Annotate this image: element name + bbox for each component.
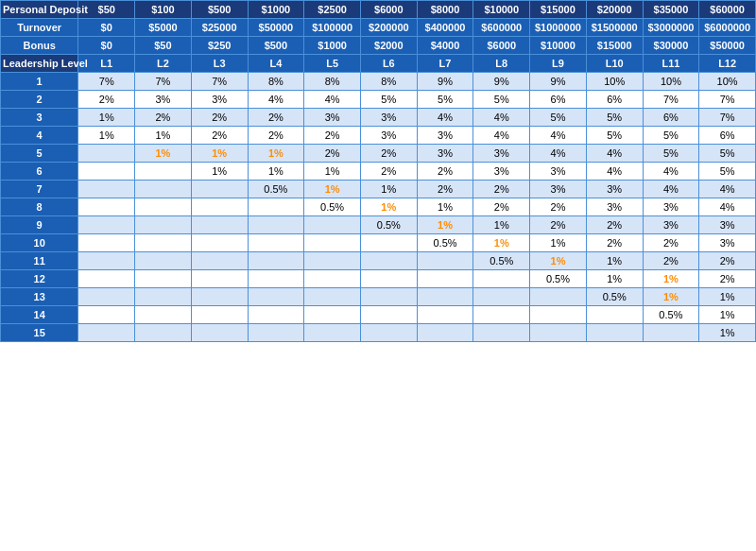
cell-r12-c3 bbox=[248, 288, 304, 306]
deposit-col-7: $10000 bbox=[473, 1, 530, 19]
cell-r4-c9: 4% bbox=[586, 145, 643, 163]
cell-r4-c2: 1% bbox=[191, 145, 248, 163]
cell-r6-c8: 3% bbox=[530, 181, 587, 198]
turnover-col-6: $400000 bbox=[417, 19, 473, 37]
cell-r8-c11: 3% bbox=[699, 216, 756, 234]
cell-r9-c11: 3% bbox=[699, 234, 756, 252]
cell-r13-c2 bbox=[191, 306, 248, 324]
row-label-10: 11 bbox=[1, 252, 78, 270]
cell-r5-c6: 2% bbox=[417, 163, 473, 181]
personal-deposit-label: Personal Deposit bbox=[1, 1, 78, 19]
cell-r9-c5 bbox=[360, 234, 417, 252]
deposit-col-1: $100 bbox=[135, 1, 192, 19]
turnover-row: Turnover $0$5000$25000$50000$100000$2000… bbox=[1, 19, 756, 37]
cell-r12-c11: 1% bbox=[699, 288, 756, 306]
cell-r13-c1 bbox=[135, 306, 192, 324]
cell-r6-c1 bbox=[135, 181, 192, 198]
turnover-col-11: $6000000 bbox=[699, 19, 756, 37]
cell-r2-c3: 2% bbox=[248, 109, 304, 127]
row-label-9: 10 bbox=[1, 234, 78, 252]
turnover-col-3: $50000 bbox=[248, 19, 304, 37]
cell-r6-c0 bbox=[78, 181, 135, 198]
cell-r10-c8: 1% bbox=[530, 252, 587, 270]
level-col-8: L9 bbox=[530, 55, 587, 73]
personal-deposit-row: Personal Deposit $50$100$500$1000$2500$6… bbox=[1, 1, 756, 19]
leadership-level-row: Leadership Level L1L2L3L4L5L6L7L8L9L10L1… bbox=[1, 55, 756, 73]
deposit-col-9: $20000 bbox=[586, 1, 643, 19]
cell-r10-c1 bbox=[135, 252, 192, 270]
cell-r4-c0 bbox=[78, 145, 135, 163]
cell-r8-c5: 0.5% bbox=[360, 216, 417, 234]
level-col-9: L10 bbox=[586, 55, 643, 73]
deposit-col-4: $2500 bbox=[304, 1, 361, 19]
turnover-col-5: $200000 bbox=[360, 19, 417, 37]
cell-r7-c11: 4% bbox=[699, 198, 756, 216]
deposit-col-2: $500 bbox=[191, 1, 248, 19]
cell-r11-c8: 0.5% bbox=[530, 270, 587, 288]
bonus-col-7: $6000 bbox=[473, 37, 530, 55]
cell-r13-c4 bbox=[304, 306, 361, 324]
table-row: 110.5%1%1%2%2% bbox=[1, 252, 756, 270]
cell-r14-c5 bbox=[360, 324, 417, 342]
cell-r9-c6: 0.5% bbox=[417, 234, 473, 252]
cell-r2-c7: 4% bbox=[473, 109, 530, 127]
cell-r3-c9: 5% bbox=[586, 127, 643, 145]
cell-r5-c3: 1% bbox=[248, 163, 304, 181]
cell-r12-c4 bbox=[304, 288, 361, 306]
cell-r3-c5: 3% bbox=[360, 127, 417, 145]
cell-r7-c8: 2% bbox=[530, 198, 587, 216]
deposit-col-3: $1000 bbox=[248, 1, 304, 19]
cell-r3-c1: 1% bbox=[135, 127, 192, 145]
table-row: 41%1%2%2%2%3%3%4%4%5%5%6% bbox=[1, 127, 756, 145]
cell-r8-c9: 2% bbox=[586, 216, 643, 234]
cell-r9-c2 bbox=[191, 234, 248, 252]
cell-r4-c3: 1% bbox=[248, 145, 304, 163]
cell-r2-c4: 3% bbox=[304, 109, 361, 127]
cell-r1-c1: 3% bbox=[135, 91, 192, 109]
cell-r7-c9: 3% bbox=[586, 198, 643, 216]
row-label-7: 8 bbox=[1, 198, 78, 216]
bonus-col-11: $50000 bbox=[699, 37, 756, 55]
cell-r8-c1 bbox=[135, 216, 192, 234]
bonus-col-3: $500 bbox=[248, 37, 304, 55]
cell-r12-c5 bbox=[360, 288, 417, 306]
cell-r8-c10: 3% bbox=[643, 216, 699, 234]
deposit-col-11: $60000 bbox=[699, 1, 756, 19]
cell-r7-c0 bbox=[78, 198, 135, 216]
cell-r11-c0 bbox=[78, 270, 135, 288]
cell-r11-c2 bbox=[191, 270, 248, 288]
cell-r2-c8: 5% bbox=[530, 109, 587, 127]
turnover-col-8: $1000000 bbox=[530, 19, 587, 37]
cell-r13-c10: 0.5% bbox=[643, 306, 699, 324]
cell-r0-c9: 10% bbox=[586, 73, 643, 91]
cell-r14-c4 bbox=[304, 324, 361, 342]
cell-r5-c0 bbox=[78, 163, 135, 181]
level-col-11: L12 bbox=[699, 55, 756, 73]
table-row: 140.5%1% bbox=[1, 306, 756, 324]
level-col-3: L4 bbox=[248, 55, 304, 73]
cell-r4-c10: 5% bbox=[643, 145, 699, 163]
cell-r4-c4: 2% bbox=[304, 145, 361, 163]
cell-r5-c4: 1% bbox=[304, 163, 361, 181]
row-label-8: 9 bbox=[1, 216, 78, 234]
cell-r0-c4: 8% bbox=[304, 73, 361, 91]
cell-r8-c3 bbox=[248, 216, 304, 234]
cell-r1-c9: 6% bbox=[586, 91, 643, 109]
table-row: 70.5%1%1%2%2%3%3%4%4% bbox=[1, 181, 756, 198]
cell-r11-c10: 1% bbox=[643, 270, 699, 288]
cell-r4-c5: 2% bbox=[360, 145, 417, 163]
cell-r7-c4: 0.5% bbox=[304, 198, 361, 216]
cell-r6-c11: 4% bbox=[699, 181, 756, 198]
cell-r4-c1: 1% bbox=[135, 145, 192, 163]
bonus-col-1: $50 bbox=[135, 37, 192, 55]
cell-r13-c8 bbox=[530, 306, 587, 324]
cell-r14-c2 bbox=[191, 324, 248, 342]
cell-r14-c0 bbox=[78, 324, 135, 342]
cell-r3-c7: 4% bbox=[473, 127, 530, 145]
row-label-6: 7 bbox=[1, 181, 78, 198]
cell-r5-c7: 3% bbox=[473, 163, 530, 181]
cell-r3-c4: 2% bbox=[304, 127, 361, 145]
row-label-0: 1 bbox=[1, 73, 78, 91]
cell-r10-c0 bbox=[78, 252, 135, 270]
cell-r12-c8 bbox=[530, 288, 587, 306]
